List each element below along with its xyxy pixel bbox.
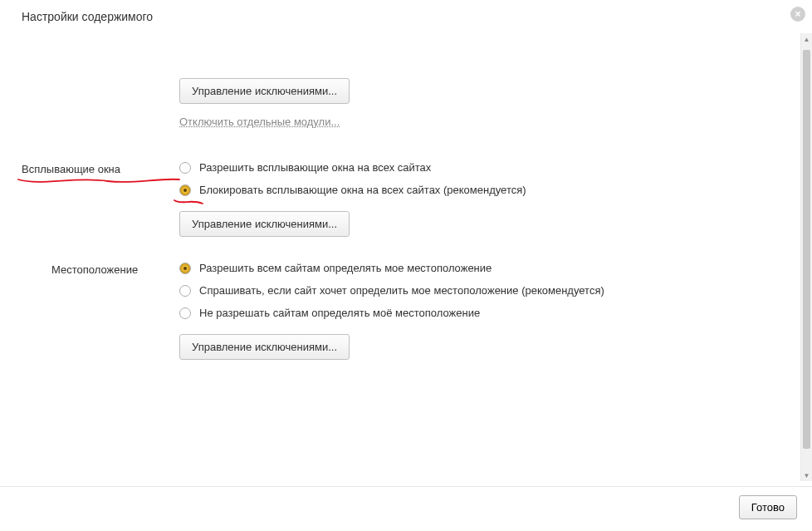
radio-icon	[179, 162, 191, 174]
popups-allow-radio[interactable]: Разрешить всплывающие окна на всех сайта…	[179, 161, 800, 174]
popups-exceptions-button[interactable]: Управление исключениями...	[179, 211, 350, 237]
vertical-scrollbar[interactable]: ▲ ▼	[800, 33, 812, 481]
radio-icon	[179, 184, 191, 196]
radio-icon	[179, 307, 191, 319]
scroll-up-icon[interactable]: ▲	[801, 33, 812, 45]
disable-modules-link[interactable]: Отключить отдельные модули...	[179, 116, 340, 128]
location-deny-label: Не разрешать сайтам определять моё место…	[199, 307, 480, 319]
dialog-title: Настройки содержимого	[0, 0, 812, 30]
location-section-label: Местоположение	[22, 262, 179, 360]
popups-label-text: Всплывающие окна	[22, 163, 120, 175]
plugins-exceptions-button[interactable]: Управление исключениями...	[179, 78, 350, 104]
scroll-down-icon[interactable]: ▼	[801, 470, 812, 481]
dialog-footer: Готово	[0, 486, 812, 531]
plugins-section-tail: Управление исключениями... Отключить отд…	[179, 33, 800, 128]
close-icon[interactable]: ×	[790, 7, 805, 22]
location-ask-radio[interactable]: Спрашивать, если сайт хочет определить м…	[179, 284, 800, 297]
location-exceptions-button[interactable]: Управление исключениями...	[179, 334, 350, 360]
popups-block-radio[interactable]: Блокировать всплывающие окна на всех сай…	[179, 184, 800, 196]
scrollbar-thumb[interactable]	[803, 50, 810, 449]
location-section: Местоположение Разрешить всем сайтам опр…	[22, 262, 800, 360]
location-deny-radio[interactable]: Не разрешать сайтам определять моё место…	[179, 307, 800, 319]
location-allow-radio[interactable]: Разрешить всем сайтам определять мое мес…	[179, 262, 800, 274]
popups-section: Всплывающие окна Разрешить всплывающие о…	[22, 161, 800, 237]
radio-icon	[179, 263, 191, 274]
content-settings-dialog: Настройки содержимого × Управление исклю…	[0, 0, 812, 531]
popups-allow-label: Разрешить всплывающие окна на всех сайта…	[199, 161, 431, 174]
popups-block-label: Блокировать всплывающие окна на всех сай…	[199, 184, 526, 196]
done-button[interactable]: Готово	[739, 495, 797, 519]
location-allow-label: Разрешить всем сайтам определять мое мес…	[199, 262, 492, 274]
content-scroll-area: Управление исключениями... Отключить отд…	[0, 33, 800, 481]
close-icon-glyph: ×	[795, 9, 800, 19]
popups-section-label: Всплывающие окна	[22, 161, 179, 237]
location-ask-label: Спрашивать, если сайт хочет определить м…	[199, 284, 604, 297]
annotation-underline-icon	[17, 175, 183, 189]
radio-icon	[179, 285, 191, 297]
